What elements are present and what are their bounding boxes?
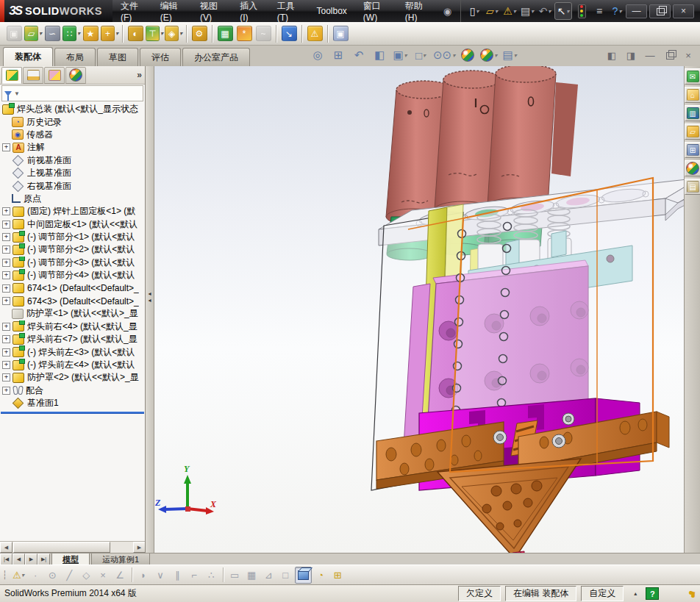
commandmanager-tab[interactable]: 评估 bbox=[140, 48, 181, 66]
scrollbar-thumb[interactable] bbox=[13, 542, 110, 553]
status-caret-icon[interactable]: ▴ bbox=[634, 590, 637, 597]
shaded-view-button[interactable] bbox=[295, 567, 312, 584]
tree-item[interactable]: +(-) 焊头前左<4> (默认<默认 bbox=[0, 359, 145, 371]
dropdown-caret-icon[interactable]: ▾ bbox=[494, 52, 497, 59]
tree-item[interactable]: +(-) 调节部分<3> (默认<默认 bbox=[0, 257, 145, 269]
tree-item[interactable]: +674<1> (Default<<Default>_ bbox=[0, 282, 145, 294]
scroll-right-icon[interactable]: ▶ bbox=[133, 542, 146, 553]
solidworks-resources-button[interactable]: ⌂ bbox=[685, 87, 700, 103]
expand-icon[interactable]: + bbox=[2, 361, 10, 369]
menu-item[interactable]: 编辑(E) bbox=[152, 0, 192, 22]
tree-item[interactable]: 原点 bbox=[0, 193, 145, 205]
expand-icon[interactable]: + bbox=[2, 207, 10, 215]
restore-window[interactable] bbox=[649, 4, 671, 18]
previous-view-button[interactable]: ↶ bbox=[350, 47, 368, 63]
view-orientation-button[interactable]: ▣▾ bbox=[391, 47, 409, 63]
center-snap-button[interactable]: ⊙ bbox=[45, 567, 60, 583]
edit-appearance-button[interactable] bbox=[459, 47, 476, 63]
edit-component-button[interactable]: ▣ bbox=[5, 25, 23, 43]
file-properties-button[interactable]: ≡ bbox=[591, 3, 607, 19]
smart-fasteners-button[interactable]: ★ bbox=[82, 25, 99, 43]
expand-panel-icon[interactable]: » bbox=[137, 70, 142, 80]
explode-line-sketch-button[interactable]: ~ bbox=[254, 25, 272, 43]
minimize-document[interactable]: — bbox=[642, 49, 658, 62]
show-hidden-components-button[interactable]: ◐ bbox=[126, 25, 144, 43]
length-snap-button[interactable]: ▭ bbox=[227, 567, 243, 583]
tree-item[interactable]: +配合 bbox=[0, 384, 145, 397]
tree-filter-input[interactable]: ▼ bbox=[1, 85, 143, 101]
file-explorer-button[interactable]: ▱ bbox=[685, 123, 700, 140]
model-canvas[interactable]: Y Z X bbox=[154, 66, 684, 553]
splitter-collapse-icon[interactable]: ◂◂ bbox=[146, 290, 153, 304]
measure-button[interactable]: ◔ bbox=[313, 567, 329, 583]
dropdown-caret-icon[interactable]: ▾ bbox=[514, 52, 517, 59]
large-design-review-button[interactable]: ⚠ bbox=[306, 25, 324, 43]
panel-splitter[interactable]: ◂◂ bbox=[146, 66, 154, 553]
view-settings-button[interactable]: ▤▾ bbox=[501, 47, 518, 63]
menu-item[interactable]: 插入(I) bbox=[232, 0, 269, 22]
tree-item[interactable]: 基准面1 bbox=[0, 397, 145, 409]
restore-document[interactable] bbox=[661, 49, 677, 62]
dropdown-caret-icon[interactable]: ▾ bbox=[513, 8, 516, 15]
tree-item[interactable]: +中间固定板<1> (默认<<默认 bbox=[0, 218, 145, 231]
tree-item[interactable]: +(固定) 焊针上固定板<1> (默 bbox=[0, 205, 145, 218]
panel-tab-propertymanager[interactable] bbox=[23, 67, 43, 84]
tree-item[interactable]: ◔历史记录 bbox=[0, 115, 145, 128]
previous-tab-button[interactable]: ◀ bbox=[12, 553, 25, 565]
dropdown-caret-icon[interactable]: ▾ bbox=[39, 30, 42, 37]
expand-icon[interactable]: + bbox=[2, 143, 10, 151]
tree-item[interactable]: +焊头前右<4> (默认<默认_显 bbox=[0, 320, 145, 333]
tangent-snap-button[interactable]: ◗ bbox=[136, 567, 151, 583]
grid-snap-button[interactable]: ▦ bbox=[244, 567, 260, 583]
motion-study-gears-button[interactable]: ⚙ bbox=[190, 25, 208, 43]
dropdown-caret-icon[interactable]: ▾ bbox=[423, 52, 426, 59]
expand-icon[interactable]: + bbox=[2, 221, 10, 229]
new-document-button[interactable]: ▯▾ bbox=[466, 3, 482, 19]
intersection-snap-button[interactable]: × bbox=[96, 567, 111, 583]
dropdown-caret-icon[interactable]: ▾ bbox=[566, 8, 569, 15]
zoom-to-fit-button[interactable]: ◎ bbox=[309, 47, 326, 63]
salmon-cylinder-right[interactable] bbox=[488, 66, 556, 214]
hide-show-items-button[interactable]: ⊙⊙▾ bbox=[432, 47, 456, 63]
move-component-button[interactable]: +▾ bbox=[101, 25, 118, 43]
dropdown-caret-icon[interactable]: ▾ bbox=[77, 30, 80, 37]
expand-icon[interactable]: + bbox=[2, 284, 10, 293]
insert-components-button[interactable]: ▱▾ bbox=[24, 25, 42, 43]
apply-scene-button[interactable]: ▾ bbox=[479, 47, 498, 63]
tree-item[interactable]: +(-) 调节部分<4> (默认<默认 bbox=[0, 269, 145, 282]
point-snap-button[interactable]: · bbox=[28, 567, 43, 583]
expand-icon[interactable]: + bbox=[2, 335, 10, 343]
pane-right[interactable]: ◨ bbox=[623, 49, 639, 62]
minimize-window[interactable]: — bbox=[626, 4, 647, 18]
section-view-button[interactable]: ◧ bbox=[371, 47, 388, 63]
wireframe-view-button[interactable]: □ bbox=[278, 567, 293, 583]
tree-item[interactable]: 右视基准面 bbox=[0, 179, 145, 192]
next-tab-button[interactable]: ▶ bbox=[25, 553, 38, 565]
linear-component-pattern-button[interactable]: ∷▾ bbox=[63, 25, 80, 43]
exploded-view-button[interactable]: * bbox=[235, 25, 253, 43]
display-style-button[interactable]: □▾ bbox=[412, 47, 429, 63]
tree-item[interactable]: 防护罩<1> (默认<<默认>_显 bbox=[0, 307, 145, 320]
design-library-button[interactable]: ▥ bbox=[685, 105, 700, 121]
pane-left[interactable]: ◧ bbox=[604, 49, 620, 62]
expand-icon[interactable]: + bbox=[2, 323, 10, 331]
angle-grid-snap-button[interactable]: ⊿ bbox=[261, 567, 276, 583]
print-button[interactable]: ▤▾ bbox=[519, 3, 535, 19]
expand-icon[interactable]: + bbox=[2, 271, 10, 279]
dropdown-caret-icon[interactable]: ▾ bbox=[618, 8, 621, 15]
open-button[interactable]: ▱▾ bbox=[484, 3, 500, 19]
parallel-snap-button[interactable]: ∥ bbox=[170, 567, 185, 583]
tree-item[interactable]: +焊头前右<7> (默认<默认_显 bbox=[0, 333, 145, 345]
tree-item[interactable]: +674<3> (Default<<Default>_ bbox=[0, 295, 145, 307]
midpoint-snap-button[interactable]: ∨ bbox=[153, 567, 168, 583]
panel-tab-featuremanager-tree[interactable] bbox=[1, 67, 22, 84]
rebuild-traffic-light-button[interactable] bbox=[574, 3, 590, 19]
tree-item[interactable]: +防护罩<2> (默认<<默认>_显 bbox=[0, 371, 145, 384]
dropdown-caret-icon[interactable]: ▾ bbox=[21, 572, 24, 578]
tree-item[interactable]: +A注解 bbox=[0, 141, 145, 154]
rollback-bar[interactable] bbox=[1, 412, 144, 414]
dropdown-caret-icon[interactable]: ▾ bbox=[404, 52, 407, 59]
menu-item[interactable]: Toolbox bbox=[308, 0, 354, 22]
tree-horizontal-scrollbar[interactable]: ◀ ▶ bbox=[0, 541, 146, 553]
sheet-tab[interactable]: 模型 bbox=[51, 553, 90, 565]
